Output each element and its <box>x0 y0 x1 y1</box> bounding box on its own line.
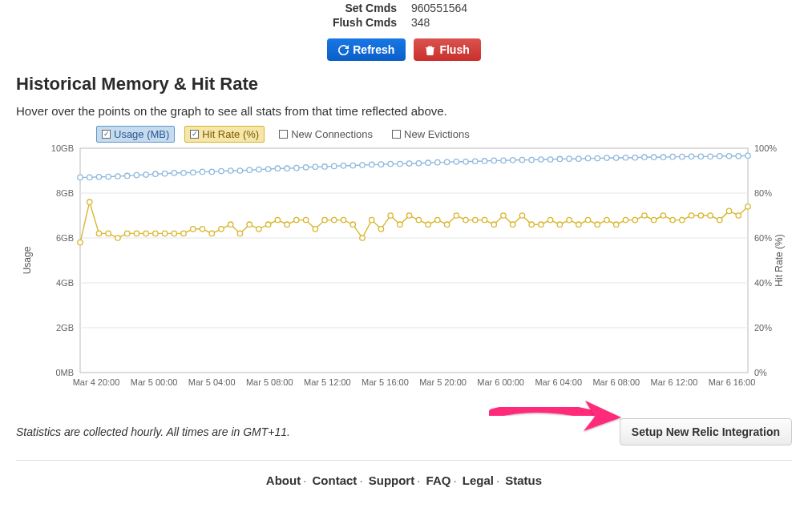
svg-point-141 <box>435 217 440 222</box>
svg-text:Hit Rate (%): Hit Rate (%) <box>774 234 785 286</box>
svg-point-118 <box>219 227 224 232</box>
svg-point-54 <box>294 165 299 170</box>
svg-point-111 <box>153 231 158 236</box>
svg-point-104 <box>87 200 92 204</box>
footer-link-legal[interactable]: Legal <box>463 474 494 487</box>
svg-point-122 <box>257 227 261 232</box>
stat-label: Set Cmds <box>196 2 397 14</box>
svg-point-148 <box>501 213 506 218</box>
svg-point-120 <box>237 231 242 236</box>
svg-point-78 <box>519 157 524 162</box>
page-footer: About· Contact· Support· FAQ· Legal· Sta… <box>16 461 792 500</box>
refresh-button[interactable]: Refresh <box>327 38 406 61</box>
svg-point-51 <box>265 167 270 171</box>
svg-text:6GB: 6GB <box>56 233 74 243</box>
svg-point-97 <box>698 154 703 159</box>
svg-point-140 <box>426 222 430 227</box>
svg-point-136 <box>388 213 393 218</box>
svg-point-152 <box>539 222 543 227</box>
svg-point-43 <box>191 170 196 175</box>
svg-point-74 <box>482 159 487 163</box>
collection-note: Statistics are collected hourly. All tim… <box>16 425 290 438</box>
svg-point-86 <box>595 155 600 160</box>
svg-point-70 <box>444 159 449 164</box>
svg-point-167 <box>680 217 685 222</box>
svg-point-48 <box>237 168 242 173</box>
svg-point-32 <box>87 175 92 179</box>
legend-item-hitrate[interactable]: Hit Rate (%) <box>184 126 265 143</box>
svg-point-159 <box>604 217 609 222</box>
svg-text:Mar 5 12:00: Mar 5 12:00 <box>304 377 351 387</box>
svg-point-59 <box>341 163 345 168</box>
svg-point-123 <box>265 222 270 227</box>
svg-point-99 <box>717 154 722 159</box>
svg-point-71 <box>454 159 459 164</box>
svg-point-156 <box>576 222 581 227</box>
svg-point-88 <box>614 155 619 160</box>
svg-text:8GB: 8GB <box>56 188 74 198</box>
stat-value: 960551564 <box>411 2 612 14</box>
svg-point-154 <box>557 222 562 227</box>
svg-point-165 <box>661 213 665 218</box>
svg-point-155 <box>567 217 572 222</box>
legend-label: New Evictions <box>404 128 470 140</box>
svg-point-64 <box>388 161 393 166</box>
svg-text:Mar 6 08:00: Mar 6 08:00 <box>592 377 640 387</box>
svg-point-85 <box>585 155 590 160</box>
svg-point-93 <box>661 155 665 159</box>
svg-point-171 <box>717 217 722 222</box>
legend-item-new-evictions[interactable]: New Evictions <box>387 127 475 142</box>
footer-link-about[interactable]: About <box>266 474 301 487</box>
svg-point-137 <box>398 222 402 227</box>
svg-point-62 <box>370 162 374 167</box>
svg-point-96 <box>689 154 693 159</box>
hint-text: Hover over the points on the graph to se… <box>16 104 792 118</box>
svg-point-138 <box>406 213 411 218</box>
footer-link-support[interactable]: Support <box>369 474 415 487</box>
svg-point-169 <box>698 213 703 218</box>
footer-link-contact[interactable]: Contact <box>313 474 358 487</box>
svg-point-121 <box>247 222 252 227</box>
svg-point-68 <box>426 160 430 165</box>
trash-icon <box>425 45 435 55</box>
svg-point-129 <box>322 217 327 222</box>
svg-point-38 <box>143 172 148 177</box>
svg-point-82 <box>557 156 562 161</box>
svg-point-46 <box>219 168 224 173</box>
svg-point-117 <box>209 231 214 236</box>
section-title: Historical Memory & Hit Rate <box>16 74 792 95</box>
svg-point-153 <box>547 217 552 222</box>
svg-text:2GB: 2GB <box>56 323 74 332</box>
svg-point-75 <box>491 158 496 163</box>
svg-point-114 <box>181 231 186 236</box>
svg-point-119 <box>228 222 233 227</box>
checkbox-icon <box>102 130 111 139</box>
svg-point-50 <box>257 167 261 171</box>
svg-point-98 <box>708 154 713 159</box>
flush-button[interactable]: Flush <box>414 38 480 61</box>
footer-link-faq[interactable]: FAQ <box>426 474 451 487</box>
svg-point-58 <box>332 163 337 168</box>
footer-link-status[interactable]: Status <box>505 474 542 487</box>
svg-point-164 <box>651 217 656 222</box>
historical-chart[interactable]: 0MB0%2GB20%4GB40%6GB60%8GB80%10GB100%Mar… <box>16 144 792 401</box>
svg-point-34 <box>106 174 111 179</box>
svg-point-112 <box>162 231 167 236</box>
svg-point-47 <box>228 168 233 173</box>
legend-item-usage[interactable]: Usage (MB) <box>96 126 175 143</box>
svg-point-57 <box>322 164 327 169</box>
svg-point-66 <box>406 161 411 166</box>
svg-point-52 <box>275 166 280 171</box>
legend-label: Usage (MB) <box>114 128 169 140</box>
svg-point-92 <box>651 155 656 159</box>
svg-point-145 <box>473 217 478 222</box>
svg-text:Mar 5 00:00: Mar 5 00:00 <box>131 377 178 387</box>
svg-text:Mar 5 20:00: Mar 5 20:00 <box>419 377 467 387</box>
legend-item-new-connections[interactable]: New Connections <box>274 127 378 142</box>
svg-point-125 <box>285 222 289 227</box>
svg-point-144 <box>463 217 468 222</box>
svg-point-37 <box>134 172 139 177</box>
svg-point-53 <box>285 166 289 171</box>
svg-point-72 <box>463 159 468 164</box>
setup-new-relic-button[interactable]: Setup New Relic Integration <box>620 418 792 445</box>
